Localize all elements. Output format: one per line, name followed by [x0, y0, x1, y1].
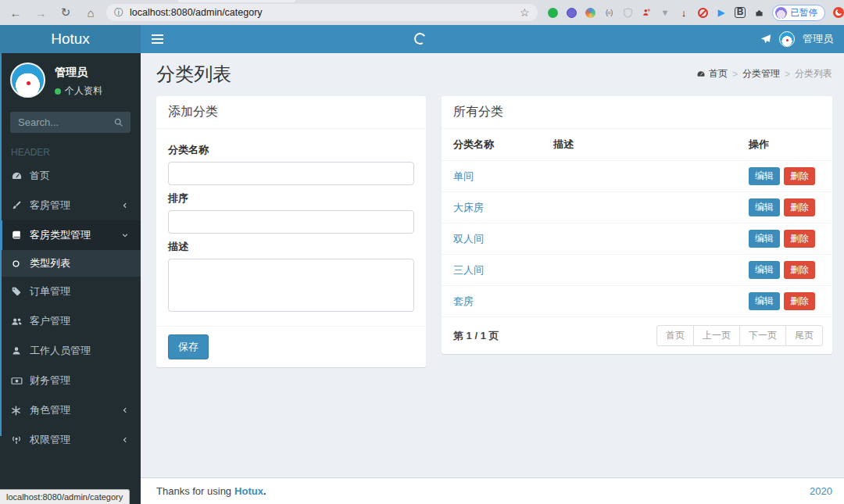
category-link[interactable]: 套房 — [453, 295, 474, 307]
sidebar-user-profile-link[interactable]: 个人资料 — [55, 84, 102, 98]
pagination-last[interactable]: 尾页 — [785, 325, 823, 346]
extension-play-icon[interactable]: ▶ — [716, 7, 728, 19]
extension-triangle-icon[interactable]: ▼ — [660, 7, 671, 19]
description-label: 描述 — [168, 240, 414, 254]
delete-button[interactable]: 删除 — [784, 292, 815, 310]
dashboard-icon — [11, 170, 23, 182]
extension-blocker-icon[interactable] — [697, 7, 709, 19]
sidebar-item-room-mgmt[interactable]: 客房管理 — [0, 191, 141, 220]
category-desc — [547, 192, 742, 223]
sidebar-menu: 首页 客房管理 客房类型管理 类型列表 — [0, 161, 141, 455]
category-link[interactable]: 三人间 — [453, 264, 484, 276]
app-navbar: 管理员 — [141, 25, 844, 53]
edit-button[interactable]: 编辑 — [749, 292, 780, 310]
pagination-next[interactable]: 下一页 — [739, 325, 786, 346]
footer-year: 2020 — [810, 485, 832, 497]
back-icon[interactable]: ← — [8, 6, 23, 20]
extension-b-icon[interactable]: B — [735, 7, 746, 19]
sidebar-item-room-type-mgmt[interactable]: 客房类型管理 — [0, 220, 141, 250]
pagination: 首页 上一页 下一页 尾页 — [656, 325, 823, 346]
sidebar-user-avatar[interactable] — [10, 63, 45, 98]
bookmark-star-icon[interactable]: ☆ — [520, 6, 530, 19]
col-header-ops: 操作 — [742, 129, 832, 161]
send-icon[interactable] — [760, 34, 771, 45]
breadcrumb: 首页 > 分类管理 > 分类列表 — [696, 67, 832, 80]
user-avatar[interactable] — [779, 31, 795, 47]
brush-icon — [11, 200, 23, 211]
col-header-desc: 描述 — [547, 129, 742, 161]
category-table: 分类名称 描述 操作 单间 编辑删除 大床房 — [442, 129, 832, 317]
extension-person-icon[interactable] — [641, 7, 653, 19]
list-box-title: 所有分类 — [442, 96, 832, 129]
user-menu[interactable]: 管理员 — [803, 32, 833, 46]
save-button[interactable]: 保存 — [168, 334, 209, 359]
book-icon — [11, 230, 23, 241]
user-icon — [11, 345, 23, 356]
extension-code-icon[interactable]: (=) — [603, 7, 615, 19]
footer-thanks-text: Thanks for using — [156, 485, 231, 497]
tab-strip-hint — [178, 0, 295, 2]
footer-brand-link[interactable]: Hotux — [234, 485, 263, 497]
delete-button[interactable]: 删除 — [784, 198, 815, 216]
main-content: 分类列表 首页 > 分类管理 > 分类列表 添加分类 分类名称 排序 描述 — [141, 53, 844, 478]
category-desc — [547, 223, 742, 255]
description-textarea[interactable] — [168, 259, 414, 312]
sidebar: 管理员 个人资料 HEADER 首页 客房管理 — [0, 53, 141, 504]
category-desc — [547, 161, 742, 192]
search-button[interactable] — [106, 117, 131, 127]
pagination-first[interactable]: 首页 — [656, 325, 694, 346]
sidebar-item-staff-mgmt[interactable]: 工作人员管理 — [0, 336, 141, 366]
profile-paused-pill[interactable]: 已暂停 — [772, 5, 826, 21]
delete-button[interactable]: 删除 — [784, 230, 815, 248]
page-info: 第 1 / 1 页 — [453, 329, 499, 343]
sidebar-item-permission-mgmt[interactable]: 权限管理 — [0, 425, 141, 455]
loading-spinner-icon — [413, 31, 427, 45]
pagination-prev[interactable]: 上一页 — [693, 325, 740, 346]
home-icon[interactable]: ⌂ — [83, 6, 98, 20]
table-row: 套房 编辑删除 — [442, 286, 832, 317]
sidebar-section-header: HEADER — [0, 133, 141, 161]
category-link[interactable]: 大床房 — [453, 202, 484, 213]
sidebar-item-role-mgmt[interactable]: 角色管理 — [0, 395, 141, 425]
sidebar-user-name: 管理员 — [55, 66, 102, 80]
asterisk-icon — [11, 406, 23, 416]
sidebar-toggle-icon[interactable] — [152, 32, 163, 46]
category-link[interactable]: 单间 — [453, 170, 474, 182]
extension-red-icon[interactable] — [832, 7, 844, 19]
url-text[interactable]: localhost:8080/admin/category — [130, 7, 520, 18]
sort-input[interactable] — [168, 210, 414, 234]
extension-purple-icon[interactable] — [566, 7, 578, 19]
sort-label: 排序 — [168, 191, 414, 206]
sidebar-item-finance-mgmt[interactable]: 财务管理 — [0, 366, 141, 395]
address-bar[interactable]: ⓘ localhost:8080/admin/category ☆ — [106, 4, 538, 21]
download-arrow-icon[interactable]: ↓ — [678, 7, 690, 19]
site-info-icon[interactable]: ⓘ — [114, 6, 123, 20]
brand-logo[interactable]: Hotux — [0, 25, 141, 53]
users-icon — [11, 316, 23, 327]
delete-button[interactable]: 删除 — [784, 167, 815, 185]
category-link[interactable]: 双人间 — [453, 233, 484, 245]
sidebar-item-home[interactable]: 首页 — [0, 161, 141, 191]
edit-button[interactable]: 编辑 — [749, 230, 780, 248]
category-name-input[interactable] — [168, 162, 414, 185]
sidebar-item-customer-mgmt[interactable]: 客户管理 — [0, 306, 141, 336]
table-row: 大床房 编辑删除 — [442, 192, 832, 223]
delete-button[interactable]: 删除 — [784, 261, 815, 279]
app-topbar: Hotux 管理员 — [0, 25, 844, 53]
extension-green-icon[interactable] — [547, 7, 559, 19]
search-input[interactable] — [10, 116, 106, 128]
extension-shield-icon[interactable] — [622, 7, 634, 19]
edit-button[interactable]: 编辑 — [749, 198, 780, 216]
extension-globe-icon[interactable] — [585, 7, 596, 19]
breadcrumb-home[interactable]: 首页 — [696, 67, 728, 80]
sidebar-item-type-list[interactable]: 类型列表 — [0, 250, 141, 277]
extensions-puzzle-icon[interactable] — [753, 7, 765, 19]
forward-icon[interactable]: → — [33, 6, 48, 20]
main-footer: Thanks for using Hotux . 2020 — [141, 477, 844, 504]
edit-button[interactable]: 编辑 — [749, 167, 780, 185]
breadcrumb-category-mgmt[interactable]: 分类管理 — [742, 67, 780, 80]
sidebar-item-order-mgmt[interactable]: 订单管理 — [0, 277, 141, 306]
sidebar-search — [10, 112, 131, 133]
edit-button[interactable]: 编辑 — [749, 261, 780, 279]
reload-icon[interactable]: ↻ — [58, 5, 73, 20]
